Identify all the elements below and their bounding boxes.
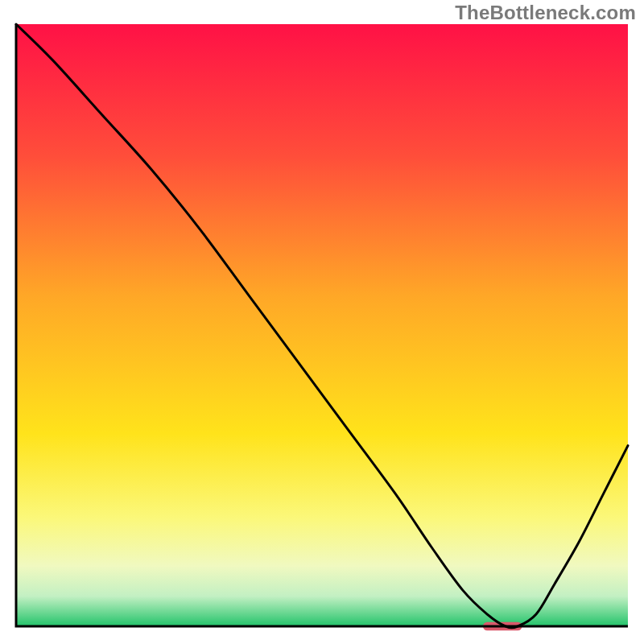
- chart-frame: TheBottleneck.com: [0, 0, 644, 644]
- chart-svg: [0, 0, 644, 644]
- plot-background-gradient: [16, 24, 628, 626]
